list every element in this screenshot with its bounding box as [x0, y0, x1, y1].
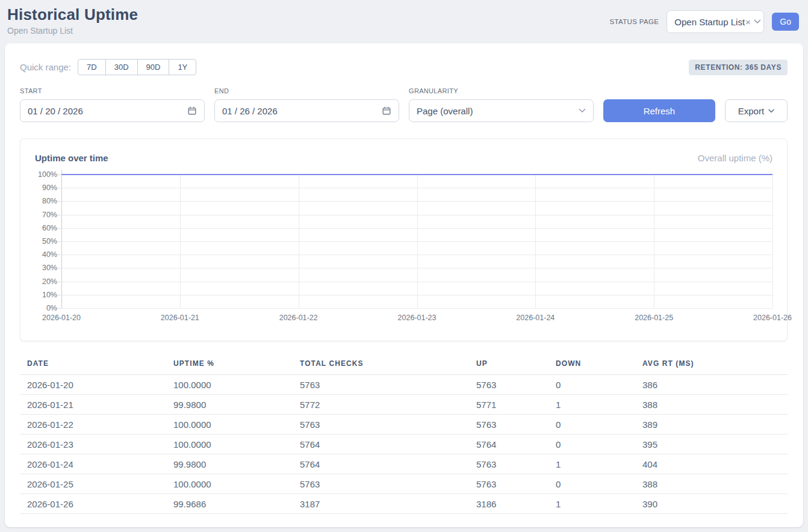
- table-cell: 99.9800: [166, 454, 293, 474]
- table-cell: 5772: [293, 395, 469, 415]
- table-body: 2026-01-20100.00005763576303862026-01-21…: [20, 375, 788, 514]
- quick-range-group: 7D30D90D1Y: [78, 59, 196, 75]
- x-tick-label: 2026-01-23: [398, 314, 437, 322]
- retention-badge: RETENTION: 365 DAYS: [689, 60, 788, 75]
- y-tickmark: [57, 282, 61, 282]
- table-row: 2026-01-25100.0000576357630388: [20, 474, 788, 494]
- table-cell: 5764: [293, 454, 469, 474]
- start-label: START: [20, 87, 205, 94]
- clear-selection-icon[interactable]: ×: [745, 17, 751, 27]
- quick-range-label: Quick range:: [20, 62, 71, 72]
- table-cell: 404: [635, 454, 788, 474]
- column-header: AVG RT (MS): [635, 358, 788, 375]
- calendar-icon[interactable]: [187, 106, 197, 116]
- chevron-down-icon: [754, 19, 761, 24]
- table-cell: 0: [549, 435, 635, 454]
- table-cell: 5763: [293, 375, 469, 395]
- table-cell: 2026-01-22: [20, 415, 166, 435]
- table-cell: 388: [635, 474, 788, 494]
- table-cell: 395: [635, 435, 788, 454]
- table-cell: 2026-01-26: [20, 494, 166, 514]
- table-cell: 5763: [293, 415, 469, 435]
- chart-header: Uptime over time Overall uptime (%): [35, 153, 772, 163]
- table-cell: 5763: [469, 375, 549, 395]
- export-button[interactable]: Export: [725, 99, 788, 122]
- quick-range-7d[interactable]: 7D: [78, 59, 106, 75]
- refresh-button[interactable]: Refresh: [603, 99, 715, 122]
- y-tickmark: [57, 215, 61, 215]
- uptime-line-series: [61, 175, 772, 308]
- quick-range-1y[interactable]: 1Y: [169, 59, 196, 75]
- chart-legend: Overall uptime (%): [698, 153, 772, 163]
- x-tick-label: 2026-01-25: [635, 314, 673, 322]
- chart-x-axis: 2026-01-202026-01-212026-01-222026-01-23…: [61, 308, 772, 323]
- status-page-select[interactable]: Open Startup List ×: [667, 10, 764, 33]
- quick-range-90d[interactable]: 90D: [137, 59, 170, 75]
- y-tickmark: [57, 201, 61, 202]
- table-row: 2026-01-23100.0000576457640395: [20, 435, 788, 454]
- go-button[interactable]: Go: [772, 13, 799, 31]
- table-cell: 390: [635, 494, 788, 514]
- y-tick-label: 10%: [42, 291, 57, 299]
- end-date-field: END 01 / 26 / 2026: [214, 87, 399, 122]
- table-cell: 1: [549, 454, 635, 474]
- quick-range-30d[interactable]: 30D: [105, 59, 138, 75]
- table-cell: 2026-01-23: [20, 435, 166, 454]
- table-cell: 100.0000: [166, 375, 293, 395]
- y-tick-label: 50%: [42, 237, 57, 246]
- uptime-table: DATEUPTIME %TOTAL CHECKSUPDOWNAVG RT (MS…: [20, 358, 788, 514]
- table-cell: 100.0000: [166, 474, 293, 494]
- granularity-field: GRANULARITY Page (overall): [409, 87, 594, 122]
- start-date-input[interactable]: 01 / 20 / 2026: [20, 99, 205, 122]
- table-cell: 2026-01-24: [20, 454, 166, 474]
- table-cell: 2026-01-21: [20, 395, 166, 415]
- y-tick-label: 60%: [42, 224, 57, 232]
- chart-body: 100%90%80%70%60%50%40%30%20%10%0%: [35, 175, 772, 308]
- table-cell: 5763: [469, 415, 549, 435]
- uptime-chart-card: Uptime over time Overall uptime (%) 100%…: [20, 138, 788, 341]
- table-cell: 5763: [469, 454, 549, 474]
- column-header: DOWN: [549, 358, 635, 375]
- chevron-down-icon: [768, 109, 774, 113]
- table-row: 2026-01-22100.0000576357630389: [20, 415, 788, 435]
- y-tick-label: 20%: [42, 277, 57, 286]
- column-header: DATE: [20, 358, 166, 375]
- table-row: 2026-01-2699.9686318731861390: [20, 494, 788, 514]
- y-tick-label: 80%: [42, 197, 57, 205]
- table-cell: 2026-01-25: [20, 474, 166, 494]
- x-tick-label: 2026-01-21: [161, 314, 199, 322]
- table-cell: 5763: [469, 474, 549, 494]
- granularity-label: GRANULARITY: [409, 87, 594, 94]
- table-row: 2026-01-20100.0000576357630386: [20, 375, 788, 395]
- calendar-icon[interactable]: [382, 106, 391, 116]
- end-label: END: [214, 87, 399, 94]
- y-tickmark: [57, 241, 61, 242]
- table-cell: 0: [549, 375, 635, 395]
- table-cell: 388: [635, 395, 788, 415]
- end-date-input[interactable]: 01 / 26 / 2026: [214, 99, 399, 122]
- table-cell: 1: [549, 395, 635, 415]
- y-tick-label: 90%: [42, 184, 57, 192]
- table-cell: 3187: [293, 494, 469, 514]
- title-block: Historical Uptime Open Startup List: [7, 5, 138, 36]
- table-cell: 5771: [469, 395, 549, 415]
- table-header-row: DATEUPTIME %TOTAL CHECKSUPDOWNAVG RT (MS…: [20, 358, 788, 375]
- table-cell: 0: [549, 415, 635, 435]
- x-tick-label: 2026-01-26: [753, 314, 792, 322]
- granularity-select[interactable]: Page (overall): [409, 99, 594, 122]
- y-tickmark: [57, 228, 61, 229]
- toolbar-row: Quick range: 7D30D90D1Y RETENTION: 365 D…: [20, 59, 788, 75]
- chart-title: Uptime over time: [35, 153, 108, 163]
- y-tick-label: 30%: [42, 264, 57, 272]
- table-cell: 386: [635, 375, 788, 395]
- table-cell: 99.9686: [166, 494, 293, 514]
- x-tick-label: 2026-01-22: [279, 314, 318, 322]
- table-cell: 100.0000: [166, 435, 293, 454]
- table-cell: 5763: [293, 474, 469, 494]
- x-tick-label: 2026-01-20: [42, 314, 81, 322]
- y-tick-label: 100%: [38, 170, 57, 179]
- column-header: UPTIME %: [166, 358, 293, 375]
- y-tickmark: [57, 268, 61, 268]
- table-cell: 389: [635, 415, 788, 435]
- table-row: 2026-01-2199.9800577257711388: [20, 395, 788, 415]
